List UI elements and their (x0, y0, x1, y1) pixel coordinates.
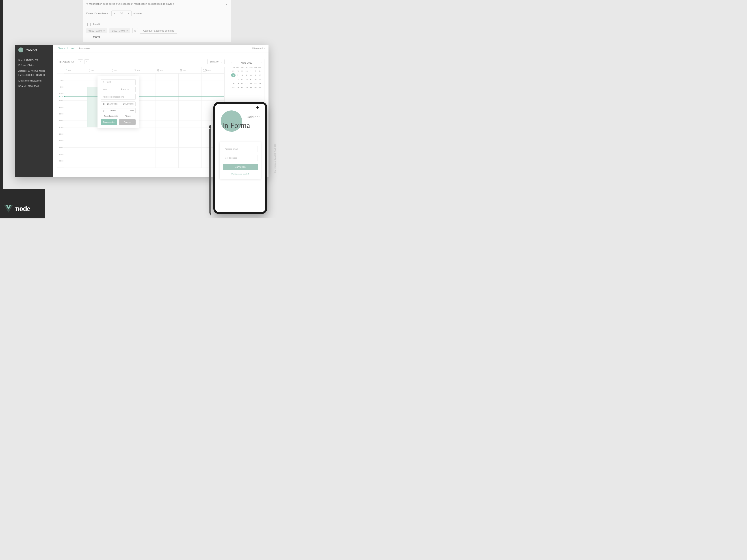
mini-day[interactable]: 16 (253, 77, 258, 81)
mini-day[interactable]: 20 (240, 81, 244, 85)
drag-icon: ⋮⋮ (86, 23, 92, 26)
duration-value: 30 (117, 11, 126, 16)
time-label: 9:00 (60, 86, 63, 88)
mini-day[interactable]: 26 (236, 69, 240, 73)
mini-day[interactable]: 3 (258, 69, 262, 73)
mini-dow: Lun (231, 66, 236, 69)
day-header[interactable]: 7Jeu (133, 67, 156, 73)
close-icon[interactable]: ✕ (103, 30, 105, 32)
mini-day[interactable]: 22 (249, 81, 253, 85)
close-icon[interactable]: ✕ (126, 30, 128, 32)
day-header[interactable]: 4Lun (64, 67, 87, 73)
mini-day[interactable]: 2 (253, 69, 258, 73)
mini-day[interactable]: 15 (249, 77, 253, 81)
mini-day[interactable]: 4 (231, 73, 236, 77)
mini-day[interactable]: 13 (240, 77, 244, 81)
password-field[interactable]: Mot de passe (223, 155, 258, 161)
time-label: 10:00 (59, 93, 63, 95)
profile-prenom: Prénom: Olivier (18, 63, 50, 68)
duration-stepper[interactable]: − 30 + (111, 10, 132, 16)
mini-day[interactable]: 11 (231, 77, 236, 81)
mini-day[interactable]: 25 (231, 69, 236, 73)
timeslot-chip[interactable]: 08:00 - 12:00✕ (86, 28, 107, 33)
add-slot-button[interactable]: ⊕ (132, 28, 138, 33)
day-column[interactable] (64, 74, 87, 167)
mini-day[interactable]: 28 (244, 85, 249, 89)
mini-day[interactable]: 17 (258, 77, 262, 81)
login-button[interactable]: Connexion (223, 164, 258, 170)
mini-day[interactable]: 26 (236, 85, 240, 89)
stylus-illustration (209, 128, 211, 213)
mini-dow: Sam (253, 66, 258, 69)
prenom-input[interactable]: Prénom (119, 87, 136, 92)
today-button[interactable]: ▦Aujourd'hui (57, 59, 76, 64)
mini-day[interactable]: 10 (258, 73, 262, 77)
login-card: Adresse email Mot de passe Connexion Mot… (220, 142, 261, 179)
time-label: 14:00 (59, 119, 63, 122)
mini-day[interactable]: 21 (244, 81, 249, 85)
day-mardi: Mardi (93, 35, 100, 38)
brand-logo-icon (18, 48, 23, 52)
mini-day[interactable]: 19 (236, 81, 240, 85)
logout-link[interactable]: Déconnexion (252, 47, 265, 50)
day-column[interactable] (179, 74, 202, 167)
day-header[interactable]: 5Mar (87, 67, 110, 73)
duration-label: Durée d'une séance : (86, 12, 110, 15)
next-week-button[interactable]: › (84, 59, 89, 64)
mini-day[interactable]: 5 (236, 73, 240, 77)
mini-day[interactable]: 12 (236, 77, 240, 81)
phone-input[interactable]: Numéro de téléphone (101, 94, 136, 100)
plus-icon[interactable]: + (126, 11, 131, 16)
day-header[interactable]: 6Mer (110, 67, 133, 73)
email-field[interactable]: Adresse email (223, 146, 258, 152)
next-month-button[interactable]: › (261, 62, 262, 64)
absent-checkbox[interactable]: Absent (122, 115, 131, 117)
tab-dashboard[interactable]: Tableau de bord (56, 45, 77, 52)
day-column[interactable] (156, 74, 179, 167)
calendar-icon: ▦ (59, 60, 61, 63)
chevron-down-icon: ⌄ (220, 60, 222, 63)
mini-day[interactable]: 6 (240, 73, 244, 77)
calendar-icon: ▦ (103, 103, 105, 105)
chevron-down-icon[interactable]: ⌄ (226, 2, 228, 5)
minus-icon[interactable]: − (112, 11, 117, 16)
day-header[interactable]: 9Sam (179, 67, 202, 73)
save-button[interactable]: Sauvegarder (101, 119, 117, 125)
cancel-button[interactable]: Annuler (119, 119, 136, 125)
mini-day[interactable]: 27 (240, 69, 244, 73)
mini-day[interactable]: 27 (240, 85, 244, 89)
brand-small-text: Cabinet (247, 115, 260, 119)
mini-day[interactable]: 8 (249, 73, 253, 77)
day-header[interactable]: 8Ven (156, 67, 179, 73)
forgot-password-link[interactable]: Mot de passe oublié ? (223, 173, 258, 175)
mini-day[interactable]: 28 (244, 69, 249, 73)
day-header[interactable]: 10Dim (202, 67, 224, 73)
nom-input[interactable]: Nom (101, 87, 117, 92)
mini-day[interactable]: 9 (253, 73, 258, 77)
time-label: 12:00 (59, 106, 63, 108)
mini-day[interactable]: 30 (253, 85, 258, 89)
time-range-input[interactable]: ◷ 09:00 - 13:00 (101, 108, 136, 113)
mini-dow: Mar (236, 66, 240, 69)
date-range-input[interactable]: ▦ 2019-03-05 - 2019-03-05 (101, 102, 136, 106)
mini-day[interactable]: 7 (244, 73, 249, 77)
mini-day[interactable]: 14 (244, 77, 249, 81)
view-dropdown[interactable]: Semaine⌄ (207, 59, 225, 64)
mini-day[interactable]: 1 (249, 69, 253, 73)
mini-day[interactable]: 31 (258, 85, 262, 89)
timeslot-chip[interactable]: 14:00 - 19:00✕ (109, 28, 130, 33)
now-line (64, 96, 224, 97)
subject-input[interactable]: ✎Sujet (101, 79, 136, 85)
settings-panel: ✎ Modification de la durée d'une séance … (83, 0, 231, 42)
mini-day[interactable]: 18 (231, 81, 236, 85)
tab-params[interactable]: Paramètres (77, 45, 93, 52)
mini-day[interactable]: 24 (258, 81, 262, 85)
allday-checkbox[interactable]: Toute la journée (101, 115, 118, 117)
apply-week-button[interactable]: Appliquer à toute la semaine (140, 28, 177, 34)
profile-email: Email: osteo@test.com (18, 79, 50, 83)
prev-week-button[interactable]: ‹ (78, 59, 83, 64)
mini-day[interactable]: 23 (253, 81, 258, 85)
mini-day[interactable]: 29 (249, 85, 253, 89)
prev-month-button[interactable]: ‹ (231, 62, 232, 64)
mini-day[interactable]: 25 (231, 85, 236, 89)
